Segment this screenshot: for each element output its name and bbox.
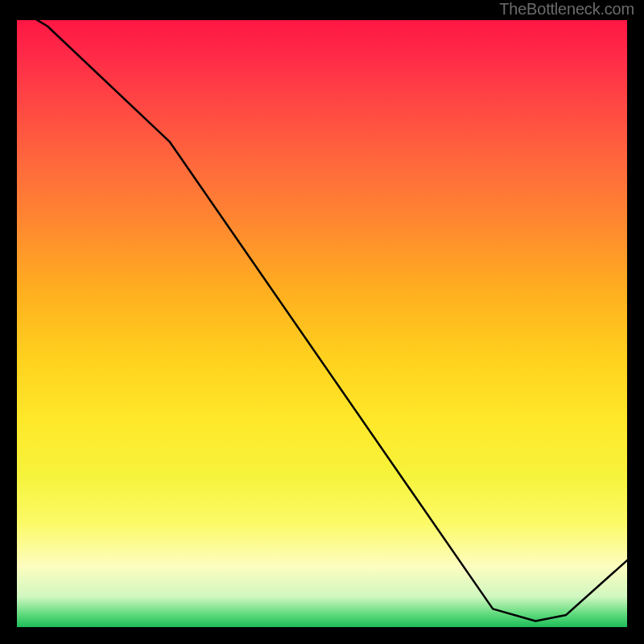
watermark-text: TheBottleneck.com: [499, 0, 634, 19]
chart-border: [14, 18, 630, 630]
chart-container: TheBottleneck.com: [0, 0, 644, 644]
